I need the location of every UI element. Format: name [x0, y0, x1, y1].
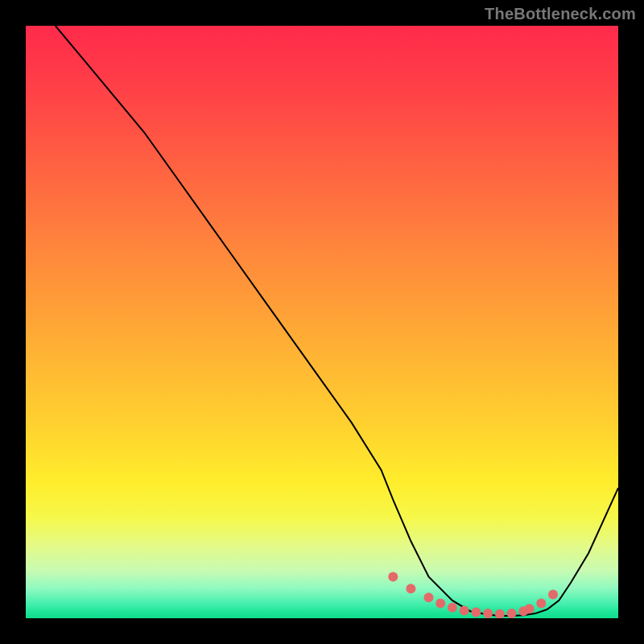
svg-point-13 — [548, 590, 558, 600]
svg-point-7 — [483, 609, 493, 618]
svg-point-9 — [507, 609, 517, 618]
svg-point-8 — [495, 609, 505, 618]
watermark-text: TheBottleneck.com — [485, 5, 636, 23]
svg-point-11 — [525, 604, 535, 613]
highlight-dots — [388, 572, 558, 619]
svg-point-1 — [406, 584, 415, 593]
svg-point-12 — [536, 599, 546, 609]
chart-stage: TheBottleneck.com — [0, 0, 644, 644]
plot-area — [26, 26, 618, 618]
svg-point-0 — [388, 572, 398, 582]
bottleneck-curve — [56, 26, 618, 616]
svg-point-3 — [436, 599, 445, 609]
svg-point-2 — [424, 592, 434, 602]
svg-point-5 — [460, 605, 469, 615]
svg-point-6 — [471, 608, 481, 617]
svg-point-4 — [448, 603, 457, 613]
curve-layer — [26, 26, 618, 618]
